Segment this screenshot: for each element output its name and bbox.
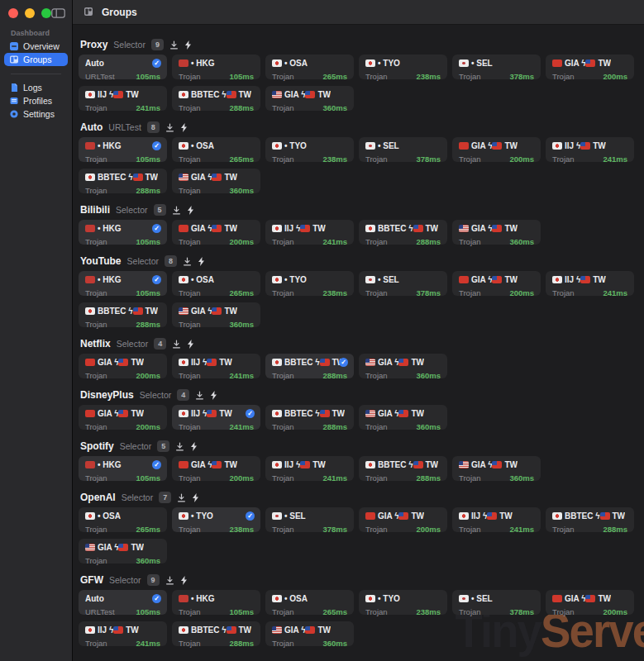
node-card[interactable]: GIA ϟ TWTrojan360ms	[265, 621, 354, 646]
node-card[interactable]: IIJ ϟ TWTrojan241ms	[172, 354, 260, 378]
node-card[interactable]: GIA ϟ TWTrojan200ms	[546, 55, 634, 79]
node-card[interactable]: IIJ ϟ TWTrojan241ms	[452, 507, 541, 532]
node-card[interactable]: GIA ϟ TWTrojan360ms	[452, 456, 541, 481]
node-card[interactable]: • OSATrojan265ms	[172, 271, 260, 296]
node-latency: 241ms	[136, 639, 160, 648]
close-window-button[interactable]	[8, 8, 18, 18]
node-card[interactable]: BBTEC ϟ TWTrojan288ms	[265, 405, 354, 430]
download-icon[interactable]	[172, 206, 181, 215]
node-card[interactable]: • TYOTrojan238ms	[265, 271, 354, 296]
download-icon[interactable]	[183, 257, 192, 266]
node-card-bottom: Trojan265ms	[272, 72, 347, 81]
download-icon[interactable]	[175, 442, 184, 451]
node-card[interactable]: BBTEC ϟ TWTrojan288ms	[79, 302, 167, 327]
node-card[interactable]: • SELTrojan378ms	[359, 271, 447, 296]
download-icon[interactable]	[165, 123, 174, 132]
node-card[interactable]: • SELTrojan378ms	[452, 590, 541, 615]
node-card[interactable]: Auto✓URLTest105ms	[79, 55, 167, 79]
node-card[interactable]: IIJ ϟ TWTrojan241ms	[546, 271, 634, 296]
download-icon[interactable]	[169, 40, 179, 50]
node-card[interactable]: BBTEC ϟ TWTrojan288ms	[546, 507, 634, 532]
sidebar-toggle-icon[interactable]	[51, 8, 65, 18]
node-card[interactable]: GIA ϟ TWTrojan200ms	[79, 354, 167, 378]
lightning-icon[interactable]	[210, 391, 217, 400]
node-card[interactable]: GIA ϟ TWTrojan360ms	[79, 539, 167, 564]
node-card[interactable]: • SELTrojan378ms	[265, 507, 354, 532]
sidebar-item-logs[interactable]: Logs	[4, 81, 68, 94]
node-card-top: • TYO	[365, 594, 441, 603]
node-latency: 105ms	[136, 288, 160, 297]
node-card[interactable]: BBTEC ϟ TWTrojan288ms	[172, 621, 260, 646]
sidebar-item-settings[interactable]: Settings	[4, 107, 68, 121]
node-card[interactable]: GIA ϟ TWTrojan360ms	[359, 405, 447, 430]
download-icon[interactable]	[177, 493, 186, 502]
node-type: Trojan	[365, 72, 388, 81]
node-card[interactable]: IIJ ϟ TWTrojan241ms	[265, 456, 354, 481]
node-card[interactable]: BBTEC ϟ TWTrojan288ms	[79, 169, 167, 193]
node-card[interactable]: BBTEC ϟ TWTrojan288ms	[359, 220, 447, 245]
node-card[interactable]: GIA ϟ TWTrojan360ms	[172, 302, 260, 327]
lightning-icon[interactable]	[180, 576, 188, 585]
node-card[interactable]: • OSATrojan265ms	[79, 507, 167, 532]
node-latency: 238ms	[416, 607, 441, 616]
sidebar-item-groups[interactable]: Groups	[4, 53, 68, 66]
lightning-icon[interactable]	[180, 123, 188, 132]
node-card[interactable]: BBTEC ϟ TWTrojan288ms	[359, 456, 447, 481]
minimize-window-button[interactable]	[25, 8, 35, 18]
node-card[interactable]: • OSATrojan265ms	[265, 590, 354, 615]
node-card[interactable]: GIA ϟ TWTrojan200ms	[79, 405, 167, 430]
node-card[interactable]: GIA ϟ TWTrojan200ms	[172, 456, 260, 481]
node-card[interactable]: GIA ϟ TWTrojan360ms	[452, 220, 541, 245]
node-card[interactable]: • SELTrojan378ms	[452, 55, 541, 79]
node-latency: 200ms	[229, 237, 254, 246]
sidebar-item-overview[interactable]: Overview	[4, 40, 68, 53]
sidebar: Dashboard Overview Groups Logs	[0, 0, 73, 661]
node-card[interactable]: • TYOTrojan238ms	[265, 137, 354, 162]
node-card[interactable]: • HKGTrojan105ms	[172, 590, 260, 615]
lightning-icon[interactable]	[187, 206, 194, 215]
node-card[interactable]: • HKG✓Trojan105ms	[79, 220, 167, 245]
node-card[interactable]: Auto✓URLTest105ms	[79, 590, 167, 615]
node-name: IIJ ϟ TW	[179, 358, 232, 367]
node-card[interactable]: IIJ ϟ TWTrojan241ms	[79, 86, 167, 111]
node-card[interactable]: GIA ϟ TWTrojan360ms	[172, 169, 260, 193]
node-count-badge: 7	[159, 492, 171, 503]
node-card[interactable]: • HKGTrojan105ms	[172, 55, 260, 79]
lightning-icon[interactable]	[184, 40, 192, 50]
node-card[interactable]: GIA ϟ TWTrojan200ms	[172, 220, 260, 245]
node-card[interactable]: IIJ ϟ TWTrojan241ms	[546, 137, 634, 162]
node-card[interactable]: • HKG✓Trojan105ms	[79, 137, 167, 162]
node-card[interactable]: GIA ϟ TWTrojan360ms	[265, 86, 354, 111]
node-card[interactable]: GIA ϟ TWTrojan360ms	[359, 354, 447, 378]
sidebar-item-profiles[interactable]: Profiles	[4, 94, 68, 107]
node-card[interactable]: • TYOTrojan238ms	[359, 55, 447, 79]
node-card[interactable]: • SELTrojan378ms	[359, 137, 447, 162]
flag-jp-icon	[85, 174, 95, 181]
node-card[interactable]: IIJ ϟ TWTrojan241ms	[79, 621, 167, 646]
node-card[interactable]: BBTEC ϟ TW✓Trojan288ms	[265, 354, 354, 378]
node-card[interactable]: BBTEC ϟ TWTrojan288ms	[172, 86, 260, 111]
node-card[interactable]: • HKG✓Trojan105ms	[79, 271, 167, 296]
node-card[interactable]: • HKG✓Trojan105ms	[79, 456, 167, 481]
download-icon[interactable]	[172, 340, 181, 349]
node-card[interactable]: IIJ ϟ TWTrojan241ms	[265, 220, 354, 245]
lightning-icon[interactable]	[190, 442, 198, 451]
flag-tw-icon	[133, 174, 143, 181]
zoom-window-button[interactable]	[41, 8, 51, 18]
lightning-icon[interactable]	[198, 257, 205, 266]
lightning-icon[interactable]	[192, 493, 199, 502]
node-card[interactable]: GIA ϟ TWTrojan200ms	[546, 590, 634, 615]
node-card[interactable]: • OSATrojan265ms	[172, 137, 260, 162]
download-icon[interactable]	[165, 576, 174, 585]
node-card[interactable]: IIJ ϟ TW✓Trojan241ms	[172, 405, 260, 430]
node-card[interactable]: • TYOTrojan238ms	[359, 590, 447, 615]
node-card[interactable]: • TYO✓Trojan238ms	[172, 507, 260, 532]
node-card[interactable]: • OSATrojan265ms	[265, 55, 354, 79]
lightning-icon[interactable]	[187, 340, 194, 349]
node-card[interactable]: GIA ϟ TWTrojan200ms	[452, 137, 541, 162]
node-name: BBTEC ϟ TW	[365, 224, 438, 233]
download-icon[interactable]	[195, 391, 204, 400]
node-card[interactable]: GIA ϟ TWTrojan200ms	[452, 271, 541, 296]
node-card-bottom: Trojan288ms	[552, 525, 627, 534]
node-card[interactable]: GIA ϟ TWTrojan200ms	[359, 507, 447, 532]
